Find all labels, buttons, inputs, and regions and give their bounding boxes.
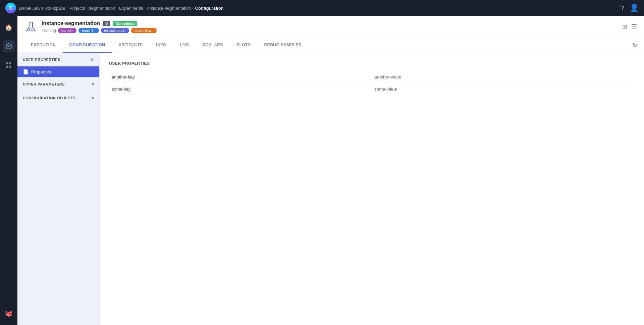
svg-rect-5 — [9, 66, 11, 68]
config-section-config-objects: CONFIGURATION OBJECTS ▾ — [17, 91, 99, 105]
config-section-header-user-properties[interactable]: USER PROPERTIES ✕ — [17, 53, 99, 66]
config-section-item-properties[interactable]: 📄 Properties — [17, 66, 99, 77]
config-section-header-hyper-params[interactable]: HYPER PARAMETERS ▾ — [17, 77, 99, 91]
experiment-name: instance-segmentation — [42, 20, 100, 26]
properties-title: USER PROPERTIES — [109, 61, 635, 66]
tag-tensorboard[interactable]: tensorboard › — [101, 28, 129, 33]
tab-log[interactable]: LOG — [173, 38, 196, 53]
fullscreen-icon[interactable]: ⊞ — [622, 23, 627, 31]
breadcrumb-sep-0: › — [67, 6, 68, 10]
config-section-label-config-objects: CONFIGURATION OBJECTS — [23, 96, 76, 100]
svg-point-7 — [29, 29, 30, 30]
table-row: some-key some-value — [109, 83, 635, 95]
property-value-1: some-value — [372, 83, 635, 95]
tag-team1[interactable]: team-1 › — [78, 28, 99, 33]
experiment-icon — [24, 20, 38, 34]
navbar: C Daniel Lew's workspace › Projects › se… — [0, 0, 644, 16]
user-avatar[interactable]: 👤 — [630, 4, 639, 12]
svg-point-1 — [8, 46, 9, 47]
svg-point-8 — [31, 30, 32, 31]
tab-debug-samples[interactable]: DEBUG SAMPLES — [258, 38, 308, 53]
main-split: USER PROPERTIES ✕ 📄 Properties HYPER PAR… — [17, 53, 644, 325]
property-key-1: some-key — [109, 83, 372, 95]
tab-configuration[interactable]: CONFIGURATION — [63, 38, 112, 53]
tab-plots[interactable]: PLOTS — [230, 38, 258, 53]
breadcrumb-sep-4: › — [193, 6, 194, 10]
badge-completed: Completed — [113, 21, 137, 26]
experiment-type: Training — [42, 28, 56, 33]
property-value-0: another-value — [372, 71, 635, 83]
breadcrumb-workspace[interactable]: Daniel Lew's workspace — [19, 6, 65, 11]
navbar-left: C Daniel Lew's workspace › Projects › se… — [5, 3, 224, 13]
tab-execution[interactable]: EXECUTION — [24, 38, 63, 53]
breadcrumb-sep-2: › — [116, 6, 118, 10]
left-sidebar: 🏠 🐙 — [0, 16, 17, 325]
navbar-right: ? 👤 — [621, 4, 639, 12]
app-body: 🏠 🐙 — [0, 16, 644, 325]
experiment-header: instance-segmentation ID Completed Train… — [17, 16, 644, 38]
sidebar-icon-home[interactable]: 🏠 — [3, 21, 15, 34]
properties-table: another-key another-value some-key some-… — [109, 71, 635, 95]
tab-scalars[interactable]: SCALARS — [196, 38, 230, 53]
breadcrumb-segmentation[interactable]: segmentation — [89, 6, 115, 11]
tag-tensorflow[interactable]: tensorflow › — [131, 28, 157, 33]
experiment-tags: Training daniel › team-1 › tensorboard ›… — [42, 28, 157, 33]
refresh-icon[interactable]: ↻ — [632, 42, 637, 49]
config-item-label-properties: Properties — [31, 69, 51, 74]
experiment-title-row: instance-segmentation ID Completed — [42, 20, 157, 26]
tab-artifacts[interactable]: ARTIFACTS — [112, 38, 149, 53]
badge-id: ID — [103, 21, 110, 26]
breadcrumb: Daniel Lew's workspace › Projects › segm… — [19, 6, 224, 11]
breadcrumb-experiments[interactable]: Experiments — [119, 6, 143, 11]
menu-icon[interactable]: ☰ — [631, 23, 637, 31]
tag-daniel[interactable]: daniel › — [58, 28, 76, 33]
properties-content: USER PROPERTIES another-key another-valu… — [100, 53, 644, 325]
experiment-header-right: ⊞ ☰ — [622, 23, 637, 31]
config-section-hyper-params: HYPER PARAMETERS ▾ — [17, 77, 99, 91]
config-section-header-config-objects[interactable]: CONFIGURATION OBJECTS ▾ — [17, 91, 99, 105]
app-logo[interactable]: C — [5, 3, 16, 13]
config-sidebar: USER PROPERTIES ✕ 📄 Properties HYPER PAR… — [17, 53, 100, 325]
sidebar-icon-grid[interactable] — [3, 59, 15, 71]
breadcrumb-projects[interactable]: Projects — [69, 6, 85, 11]
help-icon[interactable]: ? — [621, 5, 624, 12]
breadcrumb-sep-1: › — [87, 6, 88, 10]
config-section-label-user-properties: USER PROPERTIES — [23, 58, 60, 62]
breadcrumb-instance-seg[interactable]: instance-segmentation — [147, 6, 191, 11]
property-key-0: another-key — [109, 71, 372, 83]
tabs-bar: EXECUTION CONFIGURATION ARTIFACTS INFO L… — [17, 38, 644, 53]
config-section-toggle-user-properties: ✕ — [90, 57, 94, 62]
properties-doc-icon: 📄 — [23, 69, 29, 74]
config-section-toggle-config-objects: ▾ — [92, 95, 94, 101]
breadcrumb-configuration: Configuration — [195, 6, 224, 11]
config-section-toggle-hyper-params: ▾ — [92, 82, 94, 87]
experiment-header-left: instance-segmentation ID Completed Train… — [24, 20, 157, 34]
content-area: instance-segmentation ID Completed Train… — [17, 16, 644, 325]
breadcrumb-sep-3: › — [145, 6, 146, 10]
sidebar-icon-github[interactable]: 🐙 — [3, 308, 15, 320]
config-section-label-hyper-params: HYPER PARAMETERS — [23, 82, 65, 86]
svg-rect-3 — [9, 62, 11, 64]
config-section-user-properties: USER PROPERTIES ✕ 📄 Properties — [17, 53, 99, 77]
svg-rect-4 — [6, 66, 8, 68]
tabs-list: EXECUTION CONFIGURATION ARTIFACTS INFO L… — [24, 38, 308, 53]
experiment-info: instance-segmentation ID Completed Train… — [42, 20, 157, 33]
svg-rect-2 — [6, 62, 8, 64]
sidebar-icon-experiments[interactable] — [3, 40, 15, 52]
table-row: another-key another-value — [109, 71, 635, 83]
tab-info[interactable]: INFO — [149, 38, 173, 53]
